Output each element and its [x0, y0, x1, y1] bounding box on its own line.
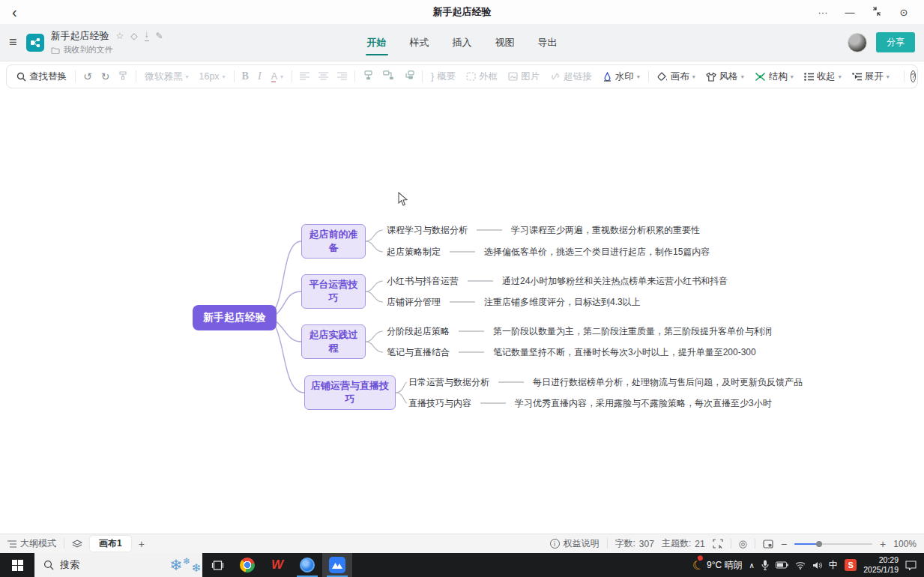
tag-icon[interactable]: ◇: [130, 31, 137, 41]
bold-button[interactable]: B: [241, 70, 250, 82]
image-button[interactable]: 图片: [506, 69, 542, 85]
tab-style[interactable]: 样式: [408, 33, 431, 52]
fit-screen-icon[interactable]: [713, 539, 723, 549]
undo-icon[interactable]: ↺: [82, 70, 94, 82]
wps-app-icon[interactable]: W: [262, 553, 292, 577]
restore-icon[interactable]: [867, 7, 887, 18]
weather-widget[interactable]: ☾ 9°C 晴朗: [692, 558, 743, 573]
tab-export[interactable]: 导出: [537, 33, 559, 52]
align-left-icon[interactable]: [298, 70, 311, 82]
topic-connector: [477, 230, 502, 231]
topic-desc[interactable]: 第一阶段以数量为主，第二阶段注重质量，第三阶段提升客单价与利润: [493, 325, 772, 338]
pin-mode-icon[interactable]: ⊙: [894, 7, 914, 18]
zoom-level[interactable]: 100%: [893, 539, 917, 549]
outline-mode-button[interactable]: 大纲模式: [7, 537, 56, 550]
tab-start[interactable]: 开始: [366, 33, 388, 52]
sogou-ime-icon[interactable]: S: [845, 559, 857, 571]
topic-title[interactable]: 店铺评分管理: [387, 296, 441, 309]
watermark-button[interactable]: 水印 ▾: [600, 69, 642, 85]
insert-topic-icon[interactable]: [381, 70, 396, 82]
task-view-button[interactable]: [202, 553, 232, 577]
share-button[interactable]: 分享: [876, 32, 915, 52]
align-center-icon[interactable]: [317, 70, 330, 82]
topic-desc[interactable]: 笔记数量坚持不断，直播时长每次3小时以上，提升单量至200-300: [493, 346, 756, 359]
topic-title[interactable]: 直播技巧与内容: [408, 397, 471, 410]
font-size-select[interactable]: 16px ▾: [196, 70, 227, 83]
layers-icon[interactable]: [72, 540, 82, 549]
summary-button[interactable]: } 概要: [429, 69, 458, 85]
wifi-icon[interactable]: [795, 561, 806, 570]
zoom-slider[interactable]: [794, 543, 872, 545]
start-button[interactable]: [0, 553, 34, 577]
branch-node[interactable]: 起店实践过程: [301, 324, 366, 359]
canvas-button[interactable]: 画布 ▾: [655, 69, 698, 85]
expand-button[interactable]: 展开 ▾: [850, 69, 892, 85]
battery-icon[interactable]: [776, 561, 788, 569]
mindmap-app-icon[interactable]: [322, 553, 352, 577]
document-location[interactable]: 我收到的文件: [64, 44, 113, 55]
topic-title[interactable]: 日常运营与数据分析: [408, 376, 489, 389]
structure-button[interactable]: 结构 ▾: [752, 69, 796, 85]
topic-title[interactable]: 课程学习与数据分析: [387, 224, 468, 237]
taskbar-search-box[interactable]: 搜索 ❄ ❄ ❄: [34, 553, 202, 577]
tab-insert[interactable]: 插入: [451, 33, 474, 52]
mindmap-canvas[interactable]: 新手起店经验 起店前的准备 平台运营技巧 起店实践过程 店铺运营与直播技巧 课程…: [0, 91, 924, 534]
add-canvas-button[interactable]: +: [139, 538, 145, 550]
tray-expand-icon[interactable]: ∧: [749, 561, 754, 570]
minimize-icon[interactable]: —: [840, 7, 860, 18]
format-painter-icon[interactable]: [117, 70, 130, 82]
topic-title[interactable]: 分阶段起店策略: [387, 325, 450, 338]
branch-node[interactable]: 平台运营技巧: [301, 274, 366, 309]
divider: [64, 539, 64, 549]
zoom-in-button[interactable]: +: [880, 538, 886, 550]
branch-node[interactable]: 起店前的准备: [301, 224, 366, 259]
font-family-select[interactable]: 微软雅黑 ▾: [142, 69, 190, 85]
find-replace-button[interactable]: 查找替换: [14, 69, 69, 85]
topic-desc[interactable]: 每日进行数据榜单分析，处理物流与售后问题，及时更新负反馈产品: [533, 376, 803, 389]
download-icon[interactable]: ↓: [145, 31, 149, 41]
chrome-app-icon[interactable]: [232, 553, 262, 577]
frame-button[interactable]: 外框: [464, 69, 500, 85]
redo-icon[interactable]: ↻: [100, 70, 112, 82]
locate-center-icon[interactable]: ◎: [739, 538, 747, 549]
topic-title[interactable]: 小红书与抖音运营: [387, 275, 459, 288]
minimap-icon[interactable]: [763, 540, 773, 549]
help-icon[interactable]: ?: [911, 70, 917, 82]
align-right-icon[interactable]: [336, 70, 348, 82]
user-avatar[interactable]: [848, 33, 867, 52]
zoom-out-button[interactable]: −: [781, 538, 787, 550]
topic-title[interactable]: 笔记与直播结合: [387, 346, 450, 359]
topic-desc[interactable]: 学习课程至少两遍，重视数据分析积累的重要性: [511, 224, 700, 237]
font-color-button[interactable]: A ▾: [269, 70, 286, 83]
browser-app-icon[interactable]: [292, 553, 322, 577]
insert-subtopic-icon[interactable]: [361, 70, 375, 82]
rights-info-button[interactable]: i 权益说明: [550, 537, 600, 550]
style-button[interactable]: 风格 ▾: [704, 69, 746, 85]
canvas-tab-1[interactable]: 画布1: [90, 536, 131, 552]
topic-desc[interactable]: 学习优秀直播内容，采用露脸与不露脸策略，每次直播至少3小时: [515, 397, 772, 410]
topic-connector: [498, 382, 524, 383]
rename-edit-icon[interactable]: ✎: [156, 31, 163, 41]
main-menu-icon[interactable]: ≡: [0, 34, 26, 50]
tab-view[interactable]: 视图: [494, 33, 516, 52]
topic-title[interactable]: 起店策略制定: [387, 246, 441, 259]
favorite-star-icon[interactable]: ☆: [116, 31, 124, 41]
italic-button[interactable]: I: [256, 70, 263, 82]
taskbar-clock[interactable]: 20:29 2025/1/19: [863, 555, 899, 575]
topic-desc[interactable]: 注重店铺多维度评分，目标达到4.3以上: [484, 296, 641, 309]
notification-center-icon[interactable]: [905, 561, 917, 570]
collapse-button[interactable]: 收起 ▾: [802, 69, 844, 85]
topic-desc[interactable]: 通过24小时加够粉丝和关注热点榜单来运营小红书和抖音: [502, 275, 728, 288]
back-icon[interactable]: ‹: [0, 1, 29, 23]
hyperlink-button[interactable]: 超链接: [548, 69, 594, 85]
mindmap-root-node[interactable]: 新手起店经验: [193, 305, 277, 330]
speaker-icon[interactable]: [812, 561, 822, 570]
topic-desc[interactable]: 选择偏低客单价，挑选三个类目进行起店，制作15篇内容: [484, 246, 710, 259]
microphone-icon[interactable]: [761, 560, 769, 570]
ime-indicator[interactable]: 中: [829, 559, 839, 572]
topic-count: 主题数: 21: [662, 537, 705, 550]
branch-node[interactable]: 店铺运营与直播技巧: [304, 375, 396, 410]
insert-parent-topic-icon[interactable]: [402, 70, 416, 82]
more-options-icon[interactable]: ···: [813, 7, 833, 18]
zoom-slider-knob[interactable]: [816, 541, 822, 547]
